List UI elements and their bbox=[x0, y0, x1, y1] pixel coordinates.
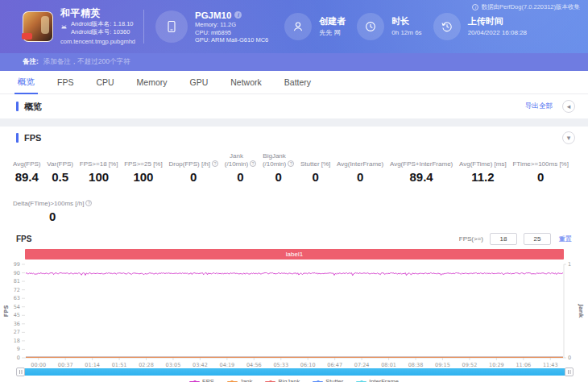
creator-label: 创建者 bbox=[319, 16, 346, 27]
section-separator bbox=[0, 118, 588, 127]
note-bar[interactable]: 备注: 添加备注，不超过200个字符 bbox=[0, 53, 588, 71]
stat-fps-25: FPS>=25 [%]100 bbox=[124, 152, 163, 184]
legend-item-stutter[interactable]: Stutter bbox=[313, 378, 343, 382]
x-axis-tick: 02:28 bbox=[139, 362, 154, 367]
tab-memory[interactable]: Memory bbox=[126, 71, 179, 93]
tab-概览[interactable]: 概览 bbox=[6, 71, 46, 93]
game-title: 和平精英 bbox=[60, 8, 135, 19]
datazoom-scrollbar[interactable] bbox=[19, 368, 570, 376]
stat-value: 0 bbox=[512, 170, 569, 184]
datazoom-handle-left[interactable] bbox=[16, 367, 25, 376]
y-axis-tick: 81 bbox=[14, 278, 20, 284]
stat-label: BigJank (/10min) bbox=[263, 152, 286, 168]
creator-value: 先先 网 bbox=[319, 29, 346, 37]
device-gpu: GPU: ARM Mali-G610 MC6 bbox=[195, 36, 268, 44]
note-label: 备注: bbox=[23, 57, 39, 67]
help-icon[interactable]: ? bbox=[85, 200, 92, 206]
x-axis-tick: 06:10 bbox=[300, 362, 316, 367]
stat-value: 0 bbox=[337, 170, 383, 184]
x-axis-tick: 11:06 bbox=[516, 362, 531, 367]
game-icon-art bbox=[41, 16, 49, 34]
legend-item-bigjank[interactable]: BigJank bbox=[265, 378, 300, 382]
x-axis-tick: 01:14 bbox=[85, 362, 100, 367]
y2-axis-label: Jank bbox=[578, 304, 584, 318]
stat-value: 0 bbox=[225, 170, 256, 184]
y-axis-tick: 72 bbox=[14, 287, 20, 293]
stat-value: 0.5 bbox=[47, 170, 73, 184]
x-axis-tick: 00:37 bbox=[58, 362, 73, 367]
y-axis-tick: 0 bbox=[17, 355, 20, 361]
stat-value: 11.2 bbox=[459, 170, 507, 184]
fps-stats-row-2: Delta(FTime)>100ms [/h]?0 bbox=[0, 184, 588, 229]
tab-fps[interactable]: FPS bbox=[46, 71, 85, 93]
device-cpu: CPU: mt6895 bbox=[195, 29, 268, 36]
tab-gpu[interactable]: GPU bbox=[179, 71, 220, 93]
fps-threshold-label: FPS(>=) bbox=[459, 235, 483, 243]
device-memory: Memory: 11.2G bbox=[195, 21, 268, 28]
stat-value: 0 bbox=[168, 170, 218, 184]
stat-value: 0 bbox=[263, 170, 294, 184]
fps-threshold-input-2[interactable] bbox=[524, 233, 551, 245]
tab-network[interactable]: Network bbox=[219, 71, 273, 93]
stat-value: 100 bbox=[80, 170, 118, 184]
export-all-link[interactable]: 导出全部 bbox=[525, 102, 553, 111]
device-block: PGJM10 i Memory: 11.2G CPU: mt6895 GPU: … bbox=[155, 10, 268, 44]
report-header: 和平精英 Android版本名: 1.18.10 Android版本号: 103… bbox=[0, 0, 588, 53]
phone-icon bbox=[155, 10, 188, 43]
android-version-code: Android版本号: 10360 bbox=[71, 28, 134, 36]
tab-battery[interactable]: Battery bbox=[273, 71, 322, 93]
device-model: PGJM10 bbox=[195, 10, 231, 21]
duration-block: 时长 0h 12m 6s bbox=[357, 13, 421, 40]
stat-label: Var(FPS) bbox=[47, 160, 73, 168]
chart-annotation-label1: label1 bbox=[25, 249, 564, 260]
section-accent bbox=[16, 102, 19, 111]
legend-label: BigJank bbox=[278, 378, 300, 382]
overview-title: 概览 bbox=[24, 101, 42, 113]
datazoom-handle-right[interactable] bbox=[565, 367, 574, 376]
tab-cpu[interactable]: CPU bbox=[85, 71, 125, 93]
stat-var-fps: Var(FPS)0.5 bbox=[47, 152, 73, 184]
stat-label: Stutter [%] bbox=[300, 160, 330, 168]
note-placeholder: 添加备注，不超过200个字符 bbox=[43, 57, 130, 67]
x-axis-tick: 05:33 bbox=[273, 362, 288, 367]
android-version-name: Android版本名: 1.18.10 bbox=[71, 20, 134, 28]
creator-block: 创建者 先先 网 bbox=[284, 13, 346, 40]
x-axis-tick: 00:00 bbox=[31, 362, 46, 367]
perfdog-report-page: 和平精英 Android版本名: 1.18.10 Android版本号: 103… bbox=[0, 0, 588, 382]
legend-item-fps[interactable]: FPS bbox=[189, 378, 214, 382]
stat-label: FPS>=18 [%] bbox=[80, 160, 118, 168]
stat-ftime-100ms: FTime>=100ms [%]0 bbox=[512, 152, 569, 184]
help-icon[interactable]: ? bbox=[288, 160, 294, 167]
legend-item-jank[interactable]: Jank bbox=[227, 378, 253, 382]
x-axis-tick: 06:47 bbox=[327, 362, 342, 367]
help-icon[interactable]: ? bbox=[212, 160, 218, 167]
fps-section-header: FPS ▾ bbox=[0, 127, 588, 149]
x-axis-tick: 09:15 bbox=[435, 362, 450, 367]
help-icon[interactable]: ? bbox=[250, 160, 256, 167]
upload-value: 20/04/2022 16:08:28 bbox=[468, 29, 527, 37]
stat-avg-ftime-ms: Avg(FTime) [ms]11.2 bbox=[459, 152, 507, 184]
y-axis-tick: 54 bbox=[14, 304, 20, 310]
stat-drop-fps-h: Drop(FPS) [/h]?0 bbox=[168, 152, 218, 184]
y-axis-tick: 90 bbox=[14, 270, 20, 276]
section-accent bbox=[16, 133, 19, 143]
x-axis-tick: 04:56 bbox=[246, 362, 262, 367]
legend-item-interframe[interactable]: InterFrame bbox=[356, 378, 399, 382]
y-axis-tick: 99 bbox=[14, 261, 20, 268]
stat-label: FTime>=100ms [%] bbox=[512, 160, 569, 168]
package-name: com.tencent.tmgp.pubgmhd bbox=[60, 39, 135, 45]
x-axis-tick: 07:24 bbox=[354, 362, 370, 367]
fps-collapse-button[interactable]: ▾ bbox=[562, 131, 575, 144]
stat-bigjank-10min: BigJank (/10min)?0 bbox=[263, 152, 294, 184]
x-axis-tick: 10:29 bbox=[489, 362, 504, 367]
stat-value: 0 bbox=[13, 210, 92, 223]
reset-link[interactable]: 重置 bbox=[559, 235, 572, 243]
fps-threshold-input-1[interactable] bbox=[490, 233, 517, 245]
legend-label: Jank bbox=[240, 378, 253, 382]
stat-label: Drop(FPS) [/h] bbox=[168, 160, 210, 168]
device-info-icon[interactable]: i bbox=[234, 11, 242, 19]
user-icon bbox=[284, 13, 312, 40]
stat-jank-10min: Jank (/10min)?0 bbox=[225, 152, 256, 184]
overview-collapse-button[interactable]: ◂ bbox=[562, 100, 575, 113]
stat-value: 0 bbox=[300, 170, 330, 184]
